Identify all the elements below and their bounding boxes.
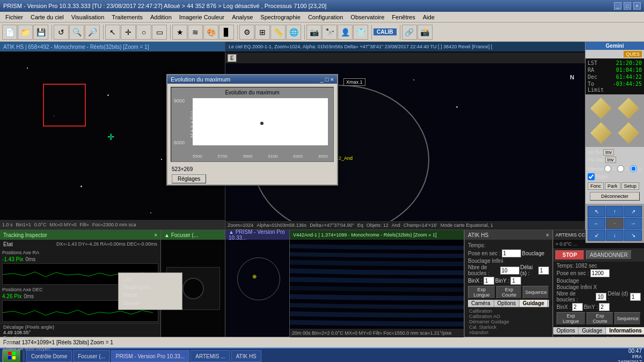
toolbar-new[interactable]: 📄: [2, 25, 17, 40]
taskbar-atikhs[interactable]: ATIK HS: [231, 350, 261, 362]
nav-s[interactable]: ↓: [606, 230, 624, 241]
menu-spectro[interactable]: Spectrographie: [257, 13, 304, 21]
toolbar-histogram[interactable]: ▊: [219, 25, 234, 40]
art-sequence[interactable]: Sequence: [614, 312, 641, 325]
evo-close[interactable]: ×: [331, 76, 334, 83]
art-exp-longue[interactable]: Exp Longue: [557, 312, 586, 325]
art-delta-input[interactable]: [630, 293, 641, 301]
nav-sw[interactable]: ↙: [588, 230, 605, 241]
toolbar-save[interactable]: 💾: [33, 25, 48, 40]
art-binx-input[interactable]: [572, 303, 583, 311]
toolbar-filter[interactable]: ⊞: [255, 25, 270, 40]
popup-lier[interactable]: Lier: [121, 275, 180, 283]
sky-btn-east[interactable]: E: [228, 54, 237, 62]
nav-se[interactable]: ↘: [624, 230, 642, 241]
inv-ra-btn[interactable]: Inv: [603, 149, 614, 156]
abandon-btn[interactable]: ABANDONNER: [586, 250, 632, 260]
disconnect-btn[interactable]: Déconnecter: [590, 192, 640, 201]
evo-maximize[interactable]: □: [325, 76, 329, 83]
atik-hs-close[interactable]: ×: [546, 232, 549, 238]
menu-aide[interactable]: Aide: [420, 13, 438, 21]
delta-input[interactable]: [538, 267, 549, 275]
title-bar-controls[interactable]: _ □ ×: [614, 2, 641, 10]
toolbar-settings[interactable]: ⚙: [239, 25, 254, 40]
menu-addition[interactable]: Addition: [147, 13, 175, 21]
suivi-checkbox[interactable]: [588, 173, 595, 180]
evo-reglages-btn[interactable]: Réglages: [172, 174, 206, 183]
toolbar-person[interactable]: 👤: [338, 25, 353, 40]
setup-btn[interactable]: Setup: [621, 182, 640, 190]
menu-config[interactable]: Configuration: [305, 13, 346, 21]
evo-minimize[interactable]: _: [320, 76, 324, 83]
maximize-btn[interactable]: □: [624, 2, 631, 10]
inv-dec-btn[interactable]: Inv: [605, 157, 616, 163]
biny-input[interactable]: [510, 277, 521, 285]
popup-reset[interactable]: Reset: [121, 291, 180, 299]
nav-center[interactable]: ·: [606, 218, 624, 229]
toolbar-connect[interactable]: 🔗: [402, 25, 417, 40]
art-nbre-input[interactable]: [596, 293, 606, 301]
toolbar-star[interactable]: ★: [172, 25, 187, 40]
minimize-btn[interactable]: _: [614, 2, 621, 10]
stop-btn[interactable]: STOP: [555, 250, 584, 260]
toolbar-zoom-out[interactable]: 🔎: [85, 25, 100, 40]
tab-informations[interactable]: Info: [548, 300, 553, 307]
tolimit-label: To Limit: [588, 81, 613, 93]
art-pose-input[interactable]: [590, 269, 610, 277]
art-biny-input[interactable]: [599, 303, 610, 311]
nav-w[interactable]: ←: [588, 218, 605, 229]
nav-ne[interactable]: ↗: [624, 206, 642, 217]
evo-controls[interactable]: _ □ ×: [320, 76, 334, 83]
tab-options[interactable]: Options: [494, 300, 519, 307]
art-tab-guidage[interactable]: Guidage: [579, 327, 606, 334]
toolbar-telescope[interactable]: 🔭: [322, 25, 337, 40]
toolbar-measure[interactable]: 📏: [270, 25, 286, 40]
toolbar-color[interactable]: 🎨: [203, 25, 218, 40]
evo-dialog: Evolution du maximum _ □ × Evolution du …: [166, 74, 338, 186]
menu-traitements[interactable]: Traitements: [108, 13, 146, 21]
toolbar-zoom-in[interactable]: 🔍: [69, 25, 84, 40]
menu-carte-ciel[interactable]: Carte du ciel: [27, 13, 67, 21]
nav-e[interactable]: →: [624, 218, 642, 229]
menu-imagerie[interactable]: Imagerie Couleur: [176, 13, 228, 21]
radio-s[interactable]: [630, 165, 637, 172]
taskbar-artemis[interactable]: ARTEMIS ...: [191, 350, 230, 362]
exp-longue-btn[interactable]: Exp Longue: [468, 286, 495, 299]
park-btn[interactable]: Park: [605, 182, 620, 190]
toolbar-wcs[interactable]: 🌐: [286, 25, 301, 40]
menu-fenetres[interactable]: Fenêtres: [389, 13, 418, 21]
tab-camera[interactable]: Caméra: [468, 300, 494, 307]
menu-observatoire[interactable]: Observatoire: [347, 13, 387, 21]
menu-visualisation[interactable]: Visualisation: [68, 13, 108, 21]
sequence-btn[interactable]: Sequence: [523, 286, 549, 299]
binx-input[interactable]: [484, 277, 494, 285]
art-tab-options[interactable]: Options: [553, 327, 579, 334]
toolbar-open[interactable]: 📁: [18, 25, 33, 40]
popup-sauver[interactable]: Sauver: [121, 299, 180, 307]
close-btn[interactable]: ×: [633, 2, 641, 10]
toolbar-camera[interactable]: 📷: [306, 25, 321, 40]
exp-courte-btn[interactable]: Exp Courte: [496, 286, 522, 299]
popup-graphiques[interactable]: Graphiques: [121, 283, 180, 291]
fonc-btn[interactable]: Fonc: [588, 182, 604, 190]
menu-analyse[interactable]: Analyse: [229, 13, 256, 21]
toolbar-shirt[interactable]: 👕: [353, 25, 368, 40]
art-exp-courte[interactable]: Exp Courte: [587, 312, 614, 325]
tab-guidage[interactable]: Guidage: [519, 300, 548, 307]
radio-g[interactable]: [604, 165, 611, 172]
atik-pose-input[interactable]: [502, 249, 521, 257]
art-tab-info[interactable]: Informations: [606, 327, 644, 334]
nav-nw[interactable]: ↖: [588, 206, 605, 217]
toolbar-spectrum[interactable]: ≋: [188, 25, 203, 40]
tracking-close[interactable]: ×: [154, 232, 157, 238]
toolbar-circle[interactable]: ○: [136, 25, 151, 40]
toolbar-photo[interactable]: 📸: [418, 25, 433, 40]
toolbar-rotate[interactable]: ↺: [54, 25, 69, 40]
toolbar-rect[interactable]: ▭: [152, 25, 167, 40]
toolbar-arrow[interactable]: ↖: [105, 25, 120, 40]
menu-fichier[interactable]: Fichier: [2, 13, 26, 21]
nbre-input[interactable]: [500, 267, 519, 275]
radio-c[interactable]: [617, 165, 624, 172]
toolbar-cross[interactable]: ✛: [121, 25, 136, 40]
nav-n[interactable]: ↑: [606, 206, 624, 217]
